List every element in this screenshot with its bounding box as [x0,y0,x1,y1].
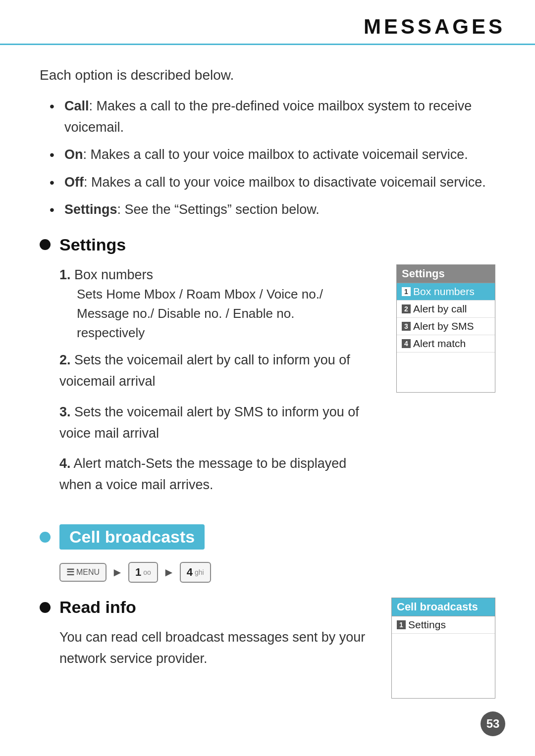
cell-broadcasts-bullet [40,532,51,543]
sub-text-1: Sets Home Mbox / Roam Mbox / Voice no./M… [77,285,376,343]
page-title: MESSAGES [364,15,505,39]
nav-key-4: 4 ghi [180,562,211,583]
intro-text: Each option is described below. [40,65,495,86]
term-call: Call [64,99,89,113]
cb-menu-item-settings: 1 Settings [392,616,495,634]
read-info-bullet [40,602,51,613]
cb-menu-num-1: 1 [397,620,406,629]
read-info-description: You can read cell broadcast messages sen… [59,627,372,669]
cell-broadcasts-header: Cell broadcasts [40,524,495,550]
term-off: Off [64,175,84,190]
menu-label-alert-by-call: Alert by call [413,303,467,315]
menu-label-box-numbers: Box numbers [413,286,475,298]
settings-section: Settings 1. Box numbers Sets Home Mbox /… [40,235,495,504]
menu-num-icon-2: 2 [402,304,411,313]
list-item: Settings: See the “Settings” section bel… [50,199,495,220]
settings-item-1: 1. Box numbers Sets Home Mbox / Roam Mbo… [59,264,376,343]
cb-menu-wrapper: Cell broadcasts 1 Settings [391,598,495,699]
cell-broadcasts-title: Cell broadcasts [59,524,205,550]
num-label-2: 2. [59,353,71,367]
read-info-title: Read info [59,598,136,617]
read-info-section: Read info You can read cell broadcast me… [40,598,495,699]
cb-menu-spacer [392,634,495,698]
settings-text-col: 1. Box numbers Sets Home Mbox / Roam Mbo… [59,264,376,504]
menu-item-alert-match: 4 Alert match [397,335,495,353]
menu-item-alert-by-sms: 3 Alert by SMS [397,318,495,335]
menu-item-box-numbers: 1 Box numbers [397,283,495,301]
nav-key-1: 1 oo [128,562,158,583]
list-item: Off: Makes a call to your voice mailbox … [50,172,495,193]
nav-arrow-2: ► [163,565,175,579]
settings-section-header: Settings [40,235,495,254]
menu-num-icon-4: 4 [402,339,411,348]
num-label-3: 3. [59,404,71,419]
nav-key-4-main: 4 [187,566,193,579]
settings-item-2: 2. Sets the voicemail alert by call to i… [59,350,376,392]
cb-menu-title: Cell broadcasts [392,598,495,616]
options-list: Call: Makes a call to the pre-defined vo… [50,96,495,220]
menu-label-alert-match: Alert match [413,338,466,350]
settings-content: 1. Box numbers Sets Home Mbox / Roam Mbo… [59,264,495,504]
list-item: Call: Makes a call to the pre-defined vo… [50,96,495,138]
settings-bullet [40,239,51,250]
term-on: On [64,147,83,162]
settings-menu-box: Settings 1 Box numbers 2 Alert by call 3… [396,264,495,393]
cell-broadcasts-menu-box: Cell broadcasts 1 Settings [391,598,495,699]
read-info-content: Read info You can read cell broadcast me… [40,598,372,669]
menu-item-alert-by-call: 2 Alert by call [397,301,495,318]
nav-key-1-sub: oo [143,568,151,576]
nav-arrow-1: ► [111,565,123,579]
num-label-1: 1. [59,267,71,282]
term-settings: Settings [64,202,117,217]
menu-num-icon-1: 1 [402,287,411,296]
cb-menu-label-settings: Settings [408,619,446,631]
settings-item-3: 3. Sets the voicemail alert by SMS to in… [59,402,376,444]
nav-key-menu: ☰ MENU [59,563,107,582]
nav-diagram: ☰ MENU ► 1 oo ► 4 ghi [59,562,495,583]
settings-title: Settings [59,235,126,254]
settings-item-4: 4. Alert match-Sets the message to be di… [59,453,376,496]
settings-menu-title: Settings [397,265,495,283]
menu-label-alert-by-sms: Alert by SMS [413,320,474,332]
nav-key-4-sub: ghi [195,568,204,576]
num-label-4: 4. [59,456,71,471]
nav-key-1-main: 1 [135,566,141,579]
read-info-header: Read info [40,598,372,617]
page-number: 53 [481,711,505,736]
cell-broadcasts-section: Cell broadcasts ☰ MENU ► 1 oo ► 4 [40,524,495,583]
page-container: MESSAGES Each option is described below.… [0,0,535,756]
page-header: MESSAGES [0,0,535,45]
list-item: On: Makes a call to your voice mailbox t… [50,144,495,165]
main-content: Each option is described below. Call: Ma… [0,45,535,718]
menu-spacer [397,353,495,392]
nav-key-menu-label: MENU [76,568,100,577]
menu-num-icon-3: 3 [402,322,411,331]
menu-icon: ☰ [66,567,74,578]
